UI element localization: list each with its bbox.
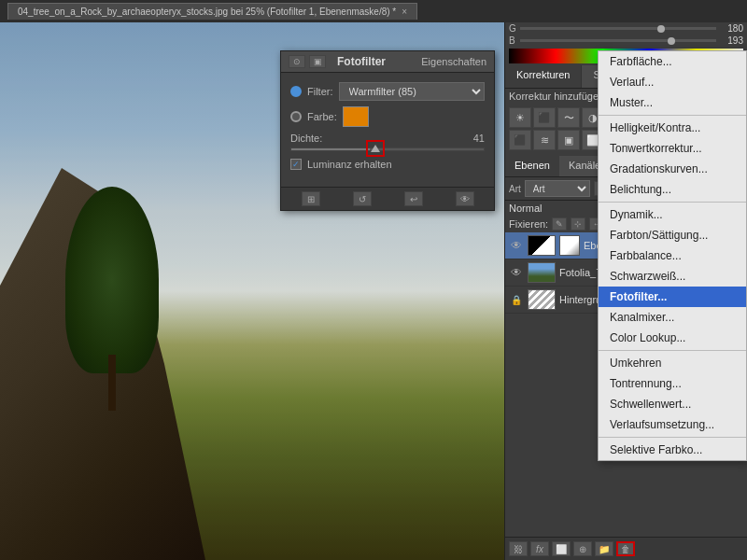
tab-ebenen[interactable]: Ebenen [505, 156, 559, 176]
filter-radio[interactable] [290, 86, 302, 97]
layer-thumb-1 [528, 262, 556, 283]
korrektur-header-text: Korrektur hinzufügen [509, 91, 604, 102]
lf-fx-icon[interactable]: fx [530, 541, 549, 556]
lf-folder-icon[interactable]: 📁 [595, 541, 613, 556]
menu-item-tontrennung[interactable]: Tontrennung... [599, 373, 746, 394]
dichte-label: Dichte: [290, 133, 322, 144]
layer-thumb-2 [528, 289, 556, 310]
menu-item-farbbalance[interactable]: Farbbalance... [599, 245, 746, 266]
art-dropdown[interactable]: Art [525, 180, 590, 197]
lf-adjustment-icon[interactable]: ⊕ [573, 541, 592, 556]
menu-item-verlaufsumsetzung[interactable]: Verlaufsumsetzung... [599, 414, 746, 435]
layer-footer: ⛓ fx ⬜ ⊕ 📁 🗑 [505, 537, 747, 560]
corr-icon-channelmixer[interactable]: ≋ [533, 130, 556, 150]
color-radio[interactable] [290, 111, 302, 122]
panel-footer-icon-4[interactable]: 👁 [456, 191, 474, 206]
panel-footer-icon-2[interactable]: ↺ [353, 191, 372, 206]
file-tab[interactable]: 04_tree_on_a_Rock_by_archaeopteryx_stock… [7, 3, 417, 20]
corr-icon-curves[interactable]: 〜 [557, 107, 580, 128]
menu-item-gradation[interactable]: Gradationskurven... [599, 159, 746, 179]
menu-item-helligkeit[interactable]: Helligkeit/Kontra... [599, 118, 746, 138]
layer-mask-thumb-0 [559, 235, 580, 256]
panel-icon-1: ⊙ [289, 55, 305, 68]
dichte-value: 41 [473, 133, 485, 144]
fix-icon-2[interactable]: ⊹ [571, 217, 585, 231]
tree-canopy [65, 187, 159, 373]
menu-item-schwellenwert[interactable]: Schwellenwert... [599, 394, 746, 414]
menu-item-farbflaeche[interactable]: Farbfläche... [599, 51, 746, 72]
menu-item-fotofilter[interactable]: Fotofilter... [599, 287, 746, 307]
dropdown-menu: Farbfläche... Verlauf... Muster... Helli… [598, 50, 747, 461]
panel-footer-icon-1[interactable]: ⊞ [302, 191, 320, 206]
panel-footer-icon-3[interactable]: ↩ [404, 191, 423, 206]
layer-visibility-1[interactable]: 👁 [509, 266, 524, 279]
file-tab-label: 04_tree_on_a_Rock_by_archaeopteryx_stock… [18, 7, 396, 17]
dichte-slider-fill [291, 148, 370, 150]
g-channel-row: G 180 [505, 22, 747, 35]
tab-bar: 04_tree_on_a_Rock_by_archaeopteryx_stock… [0, 0, 747, 22]
main-layout: ⊙ ▣ Fotofilter Eigenschaften Filter: War… [0, 22, 747, 560]
layer-thumb-0 [528, 235, 556, 256]
corr-icon-brightness[interactable]: ☀ [509, 107, 531, 128]
panel-title: Fotofilter [337, 55, 386, 68]
filter-radio-row: Filter: Warmfilter (85) [290, 82, 485, 101]
panel-icon-2: ▣ [309, 55, 326, 68]
filter-dropdown[interactable]: Warmfilter (85) [339, 82, 486, 101]
lf-delete-icon[interactable]: 🗑 [616, 541, 635, 556]
dichte-slider-track [290, 147, 485, 151]
luminanz-checkbox[interactable]: ✓ [290, 159, 302, 170]
right-panel: G 180 B 193 Korrekturen St [504, 22, 747, 560]
tree-trunk [108, 355, 116, 411]
tab-korrekturen[interactable]: Korrekturen [505, 65, 582, 88]
luminanz-row: ✓ Luminanz erhalten [290, 159, 485, 170]
menu-item-schwarzweiss[interactable]: Schwarzweiß... [599, 266, 746, 287]
right-panel-inner: G 180 B 193 Korrekturen St [505, 22, 747, 560]
dichte-slider-thumb [371, 145, 380, 152]
menu-item-umkehren[interactable]: Umkehren [599, 353, 746, 373]
luminanz-label: Luminanz erhalten [307, 159, 392, 170]
menu-item-kanalmixer[interactable]: Kanalmixer... [599, 307, 746, 328]
menu-separator-2 [599, 202, 746, 203]
layer-visibility-0[interactable]: 👁 [509, 239, 524, 252]
g-slider-track[interactable] [520, 27, 716, 30]
menu-separator-3 [599, 350, 746, 351]
dichte-slider-container[interactable] [290, 147, 485, 151]
menu-item-belichtung[interactable]: Belichtung... [599, 179, 746, 200]
b-channel-label: B [509, 35, 516, 46]
dichte-slider-thumb-area[interactable] [366, 140, 385, 157]
g-slider-thumb [657, 25, 665, 33]
b-slider-track[interactable] [520, 39, 716, 42]
corr-icon-photofilter[interactable]: ⬛ [509, 130, 531, 150]
menu-separator-4 [599, 437, 746, 438]
filter-label: Filter: [307, 86, 333, 97]
fixieren-label: Fixieren: [509, 218, 548, 230]
b-slider-thumb [668, 37, 675, 45]
menu-item-dynamik[interactable]: Dynamik... [599, 204, 746, 225]
color-label: Farbe: [307, 111, 337, 122]
layer-visibility-2[interactable]: 🔒 [509, 293, 524, 306]
panel-body: Filter: Warmfilter (85) Farbe: Dichte: 4… [281, 73, 494, 179]
layer-footer-icons: ⛓ fx ⬜ ⊕ 📁 🗑 [509, 541, 635, 556]
eigenschaften-label: Eigenschaften [421, 56, 486, 67]
b-value: 193 [720, 35, 743, 46]
close-tab-button[interactable]: × [402, 7, 407, 17]
menu-item-verlauf[interactable]: Verlauf... [599, 72, 746, 92]
g-channel-label: G [509, 23, 516, 34]
lf-link-icon[interactable]: ⛓ [509, 541, 528, 556]
menu-item-farbton[interactable]: Farbton/Sättigung... [599, 225, 746, 245]
g-value: 180 [720, 23, 743, 34]
menu-item-colorlookup[interactable]: Color Lookup... [599, 328, 746, 348]
properties-panel: ⊙ ▣ Fotofilter Eigenschaften Filter: War… [280, 50, 495, 211]
canvas-area: ⊙ ▣ Fotofilter Eigenschaften Filter: War… [0, 22, 504, 560]
lf-mask-icon[interactable]: ⬜ [552, 541, 571, 556]
menu-item-tonwert[interactable]: Tonwertkorrektur... [599, 138, 746, 159]
color-swatch[interactable] [343, 106, 369, 127]
menu-item-muster[interactable]: Muster... [599, 92, 746, 113]
dichte-row: Dichte: 41 [290, 133, 485, 144]
art-label: Art [509, 184, 521, 194]
corr-icon-levels[interactable]: ⬛ [533, 107, 556, 128]
fix-icon-1[interactable]: ✎ [552, 217, 567, 231]
panel-header: ⊙ ▣ Fotofilter Eigenschaften [281, 51, 494, 73]
menu-item-selektive[interactable]: Selektive Farbko... [599, 440, 746, 460]
corr-icon-colorlookup[interactable]: ▣ [557, 130, 580, 150]
